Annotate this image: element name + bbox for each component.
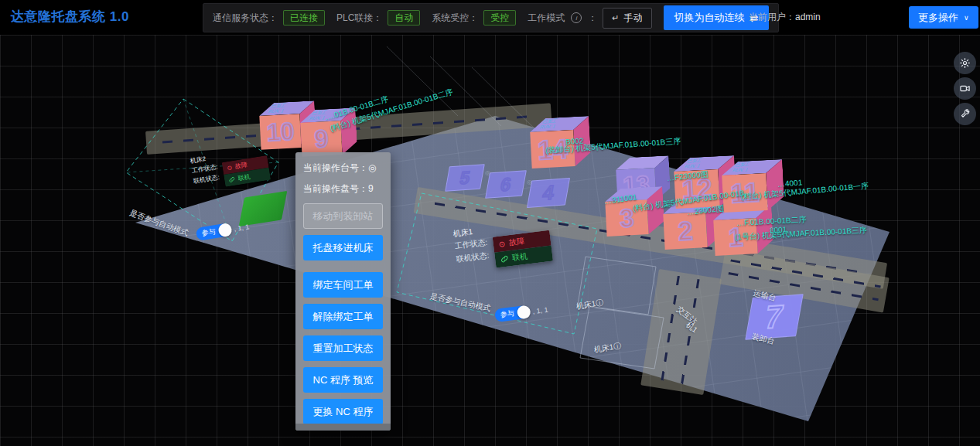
pallet-context-menu: 当前操作台号：◎ 当前操作盘号：9 移动到装卸站 托盘移进机床 绑定车间工单 解…	[295, 152, 391, 431]
status-label: 通信服务状态：	[213, 12, 278, 25]
lane-dashes	[660, 275, 679, 385]
status-plc-link: PLC联接： 自动	[336, 10, 420, 26]
unbind-work-order-button[interactable]: 解除绑定工单	[303, 304, 383, 329]
cube-top-text: 已加工 RUN: 1	[267, 103, 288, 114]
nc-program-preview-button[interactable]: NC 程序 预览	[303, 367, 383, 393]
link-icon	[500, 255, 509, 264]
more-actions-button[interactable]: 更多操作 ∨	[909, 6, 978, 29]
status-label: 系统受控：	[432, 12, 478, 25]
current-pallet-line: 当前操作盘号：9	[303, 182, 383, 196]
current-user-label: 当前用户：	[749, 12, 795, 22]
cube-top-text: 已加工 RUN: 1	[538, 118, 559, 130]
cube-top-text: 已加工 RUN: 1	[731, 162, 752, 173]
link-icon	[228, 176, 235, 183]
current-station-line: 当前操作台号：◎	[303, 162, 383, 175]
tools-button[interactable]	[954, 103, 976, 125]
machine-status-1: 机床2工作状态:联机状态:⊙故障联机	[190, 153, 220, 188]
status-system-control: 系统受控： 受控	[432, 10, 516, 26]
reset-process-state-button[interactable]: 重置加工状态	[303, 335, 383, 361]
status-badge-auto: 自动	[388, 10, 420, 26]
toggle-knob[interactable]	[517, 305, 531, 319]
status-toolbar: 通信服务状态： 已连接 PLC联接： 自动 系统受控： 受控 工作模式 i ： …	[203, 3, 779, 32]
station-tile-6[interactable]: 6	[485, 170, 527, 199]
enter-key-icon: ↵	[612, 13, 619, 23]
machine-link-status-label: 联机状态:	[456, 250, 490, 265]
toggle-knob[interactable]	[217, 223, 232, 237]
fault-icon: ⊙	[498, 239, 506, 248]
current-user-name: admin	[795, 12, 821, 22]
scene-3d-view: 5647◎◎已加工 RUN: 110已加工 RUN: 19已加工 RUN: 11…	[0, 35, 980, 446]
status-comm-service: 通信服务状态： 已连接	[213, 10, 325, 26]
current-user: 当前用户：admin	[749, 0, 821, 34]
cube-top-text: 已加工 RUN: 1	[683, 158, 704, 169]
settings-button[interactable]	[954, 52, 976, 74]
machine-link-status-label: 联机状态:	[193, 173, 220, 186]
chevron-down-icon: ∨	[964, 14, 969, 22]
factory-floor	[0, 35, 980, 446]
status-badge-controlled: 受控	[483, 10, 516, 26]
station-tile-5[interactable]: 5	[445, 164, 485, 192]
toggle-suffix-text: , 1, 1	[532, 305, 548, 315]
status-badge-connected: 已连接	[283, 10, 325, 26]
app-window: 达意隆托盘系统 1.0 通信服务状态： 已连接 PLC联接： 自动 系统受控： …	[0, 0, 980, 446]
fault-icon: ⊙	[227, 164, 233, 172]
work-mode-group: 工作模式 i ： ↵ 手动	[528, 8, 651, 29]
gear-icon	[959, 57, 971, 69]
move-to-dock-button[interactable]: 移动到装卸站	[303, 203, 383, 229]
camera-view-button[interactable]	[954, 77, 976, 100]
tile-marker-icon: ◎	[527, 179, 532, 186]
panel-divider	[303, 267, 383, 272]
cube-front-face: 10	[259, 114, 301, 150]
status-label: PLC联接：	[336, 12, 382, 25]
app-title: 达意隆托盘系统 1.0	[11, 0, 129, 34]
station-tile-4[interactable]: 4	[527, 178, 570, 208]
tile-marker-icon: ◎	[485, 169, 490, 176]
header: 达意隆托盘系统 1.0 通信服务状态： 已连接 PLC联接： 自动 系统受控： …	[0, 0, 980, 35]
manual-mode-button[interactable]: ↵ 手动	[603, 8, 651, 29]
machine-work-status-label: 工作状态:	[454, 237, 488, 252]
camera-icon	[959, 83, 971, 94]
toggle-suffix-text: , 1, 1	[234, 223, 250, 233]
change-nc-program-button[interactable]: 更换 NC 程序	[303, 399, 383, 424]
machine-status-2: 机床1工作状态:联机状态:⊙故障联机	[452, 225, 490, 267]
work-mode-label: 工作模式	[528, 12, 565, 25]
pallet-into-machine-button[interactable]: 托盘移进机床	[303, 235, 383, 260]
station-value: ◎	[368, 162, 376, 173]
cube-front-face: 2	[663, 212, 707, 250]
machine-status-badges: ⊙故障联机	[222, 155, 271, 187]
floor-grid	[0, 35, 980, 446]
pallet-cube-11[interactable]: 已加工 RUN: 111	[721, 159, 784, 213]
bind-work-order-button[interactable]: 绑定车间工单	[303, 272, 383, 298]
wrench-icon	[959, 108, 971, 120]
pallet-value: 9	[368, 183, 374, 194]
info-icon: i	[571, 12, 582, 23]
work-mode-colon: ：	[588, 12, 597, 25]
